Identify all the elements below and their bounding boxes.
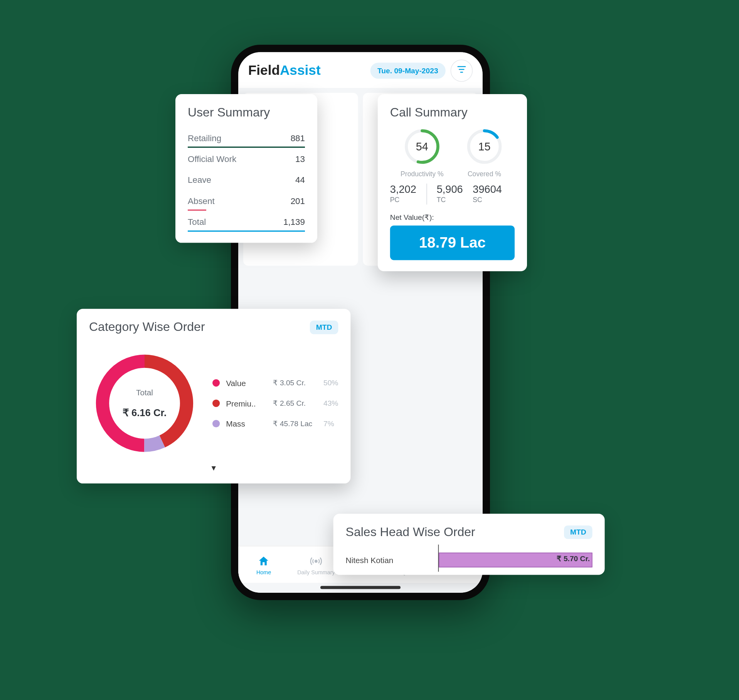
us-row-leave[interactable]: Leave 44 (188, 169, 305, 189)
metric-num: 39604 (473, 184, 502, 196)
sales-bar-row[interactable]: Nitesh Kotian ₹ 5.70 Cr. (345, 550, 592, 570)
brand-part1: Field (248, 62, 279, 78)
metric-tc: 5,906 TC (436, 184, 463, 203)
legend-row[interactable]: Mass ₹ 45.78 Lac 7% (212, 419, 338, 428)
us-label: Official Work (188, 154, 236, 164)
us-row-absent[interactable]: Absent 201 (188, 190, 305, 211)
svg-point-3 (315, 560, 317, 562)
metric-pc: 3,202 PC (390, 184, 416, 203)
period-pill[interactable]: MTD (310, 320, 338, 334)
period-pill[interactable]: MTD (564, 525, 593, 538)
swatch-icon (212, 420, 219, 427)
brand-logo: FieldAssist (248, 62, 320, 79)
legend-pct: 7% (323, 419, 334, 428)
user-summary-card: User Summary Retailing 881 Official Work… (175, 94, 317, 243)
card-title: Category Wise Order (89, 320, 205, 334)
donut-total-label: Total (136, 388, 153, 397)
nav-label: Home (256, 569, 271, 575)
app-header: FieldAssist Tue. 09-May-2023 (238, 52, 483, 88)
sales-person-name: Nitesh Kotian (345, 555, 438, 565)
metric-num: 5,906 (436, 184, 463, 196)
legend-name: Premiu.. (226, 398, 267, 408)
nav-home[interactable]: Home (256, 554, 271, 575)
bar-label: ₹ 5.70 Cr. (556, 554, 589, 563)
category-wise-order-card: Category Wise Order MTD Total ₹ 6.16 Cr.… (77, 309, 350, 483)
legend-amount: ₹ 3.05 Cr. (273, 378, 317, 387)
donut-total-value: ₹ 6.16 Cr. (122, 407, 166, 418)
legend-pct: 50% (323, 378, 338, 387)
broadcast-icon (309, 554, 323, 567)
legend-name: Mass (226, 419, 267, 428)
net-value-label: Net Value(₹): (390, 213, 514, 221)
chevron-down-icon: ▼ (210, 464, 217, 472)
home-indicator (320, 586, 401, 589)
legend-pct: 43% (323, 399, 338, 407)
us-label: Retailing (188, 133, 221, 143)
metric-num: 3,202 (390, 184, 416, 196)
us-value: 881 (290, 133, 305, 143)
gauge-label: Covered % (467, 170, 501, 177)
productivity-gauge: 54 Productivity % (401, 127, 444, 177)
brand-part2: Assist (279, 62, 320, 78)
metric-sc: 39604 SC (473, 184, 502, 203)
gauge-label: Productivity % (401, 170, 444, 177)
card-title: Call Summary (390, 105, 514, 119)
metric-label: TC (436, 196, 463, 203)
us-label: Leave (188, 175, 211, 185)
swatch-icon (212, 400, 219, 407)
us-row-total[interactable]: Total 1,139 (188, 211, 305, 231)
sales-head-order-card: Sales Head Wise Order MTD Nitesh Kotian … (333, 514, 604, 575)
us-label: Total (188, 217, 206, 227)
donut-chart: Total ₹ 6.16 Cr. (89, 347, 200, 459)
legend-name: Value (226, 378, 267, 387)
date-pill[interactable]: Tue. 09-May-2023 (370, 62, 445, 79)
us-row-retailing[interactable]: Retailing 881 (188, 127, 305, 147)
legend-amount: ₹ 45.78 Lac (273, 419, 317, 428)
expand-arrow[interactable]: ▼ (89, 464, 338, 472)
us-value: 13 (295, 154, 305, 164)
nav-label: Daily Summary (297, 569, 335, 575)
call-summary-card: Call Summary 54 Productivity % (377, 94, 527, 271)
legend-row[interactable]: Premiu.. ₹ 2.65 Cr. 43% (212, 398, 338, 408)
us-value: 201 (290, 196, 305, 206)
legend: Value ₹ 3.05 Cr. 50% Premiu.. ₹ 2.65 Cr.… (212, 378, 338, 428)
card-title: User Summary (188, 105, 305, 119)
metric-label: PC (390, 196, 416, 203)
net-value-box: 18.79 Lac (390, 225, 514, 260)
card-title: Sales Head Wise Order (345, 525, 475, 539)
covered-gauge: 15 Covered % (465, 127, 504, 177)
swatch-icon (212, 379, 219, 386)
us-value: 1,139 (283, 217, 305, 227)
filter-button[interactable] (450, 59, 473, 82)
gauge-value: 15 (465, 127, 504, 166)
metric-label: SC (473, 196, 502, 203)
filter-icon (456, 64, 467, 77)
us-label: Absent (188, 196, 215, 206)
gauge-value: 54 (402, 127, 441, 166)
bar-wrap: ₹ 5.70 Cr. (439, 552, 592, 567)
home-icon (257, 554, 270, 567)
us-value: 44 (295, 175, 305, 185)
divider (426, 184, 427, 204)
legend-row[interactable]: Value ₹ 3.05 Cr. 50% (212, 378, 338, 387)
us-row-official[interactable]: Official Work 13 (188, 148, 305, 169)
legend-amount: ₹ 2.65 Cr. (273, 399, 317, 407)
nav-daily-summary[interactable]: Daily Summary (297, 554, 335, 575)
